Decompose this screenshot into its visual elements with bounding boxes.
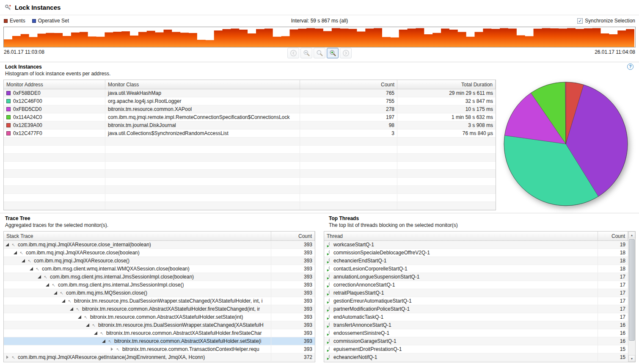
lock-table-row[interactable]: 0x12C477F0java.util.Collections$Synchron… bbox=[4, 130, 496, 138]
expanded-twistie-icon[interactable] bbox=[38, 275, 41, 279]
trace-tree-row[interactable]: ↖com.ibm.msg.client.wmq.internal.WMQXASe… bbox=[4, 265, 315, 273]
bottom-panels: Trace Tree Aggregated traces for the sel… bbox=[0, 213, 639, 362]
trace-tree-row[interactable]: ↖bitronix.tm.resource.jms.DualSessionWra… bbox=[4, 297, 315, 305]
thread-row[interactable]: transfertAnnonceStartQ-116 bbox=[324, 321, 628, 329]
expanded-twistie-icon[interactable] bbox=[22, 259, 25, 262]
expanded-twistie-icon[interactable] bbox=[94, 331, 97, 335]
thread-row[interactable]: partnerModificationPoliceStartQ-117 bbox=[324, 305, 628, 313]
zoom-out-button[interactable] bbox=[300, 48, 312, 58]
trace-tree-row[interactable]: ↖com.ibm.mq.jmqi.JmqiXAResource.close()3… bbox=[4, 257, 315, 265]
thread-row[interactable]: echeancierNotifQ-115 bbox=[324, 353, 628, 361]
scroll-down-button[interactable]: ▼ bbox=[628, 355, 635, 362]
lock-table-row[interactable]: 0x12E39A00bitronix.tm.journal.DiskJourna… bbox=[4, 121, 496, 130]
scrollbar-thumb[interactable] bbox=[629, 239, 635, 341]
thread-row[interactable]: workcaseStartQ-119 bbox=[324, 241, 628, 249]
lock-table-row[interactable] bbox=[4, 146, 496, 154]
thread-row[interactable]: endAutomaticTaskQ-117 bbox=[324, 313, 628, 321]
lock-table-row[interactable] bbox=[4, 178, 496, 186]
trace-tree-row[interactable]: ↖bitronix.tm.resource.common.AbstractXAS… bbox=[4, 329, 315, 337]
collapsed-twistie-icon[interactable] bbox=[111, 347, 113, 351]
lock-table-row[interactable] bbox=[4, 202, 496, 210]
trace-tree-row[interactable]: ↖bitronix.tm.resource.common.Transaction… bbox=[4, 345, 315, 353]
column-thread-count[interactable]: Count bbox=[598, 232, 628, 240]
expanded-twistie-icon[interactable] bbox=[70, 307, 73, 311]
lock-table-row[interactable] bbox=[4, 170, 496, 178]
select-range-button[interactable] bbox=[314, 48, 325, 58]
lock-table-row[interactable] bbox=[4, 154, 496, 162]
column-monitor-address[interactable]: Monitor Address bbox=[4, 80, 105, 89]
thread-row[interactable]: commissionGarageStartQ-116 bbox=[324, 337, 628, 345]
thread-name: echeancierNotifQ-1 bbox=[333, 354, 377, 360]
lock-table-row[interactable]: 0xF58BDE0java.util.WeakHashMap76529 min … bbox=[4, 89, 496, 97]
trace-tree-row[interactable]: ↖bitronix.tm.resource.common.AbstractXAS… bbox=[4, 337, 315, 345]
stack-frame-label: com.ibm.msg.client.jms.internal.JmsSessi… bbox=[50, 274, 194, 280]
thread-row[interactable]: epuisementDroitPrestationQ-115 bbox=[324, 345, 628, 353]
legend-item-operative-set[interactable]: Operative Set bbox=[32, 18, 69, 24]
expanded-twistie-icon[interactable] bbox=[102, 339, 105, 343]
magnifier-icon bbox=[316, 50, 323, 57]
lock-table-row[interactable]: 0x114A24C0com.ibm.mq.jmqi.remote.impl.Re… bbox=[4, 113, 496, 121]
trace-tree-row[interactable]: ↖bitronix.tm.resource.common.AbstractXAS… bbox=[4, 305, 315, 313]
events-area-series[interactable] bbox=[4, 28, 634, 47]
lock-table-row[interactable] bbox=[4, 194, 496, 202]
monitor-address: 0x12C477F0 bbox=[13, 130, 42, 136]
trace-tree-row[interactable]: ↖com.ibm.mq.jmqi.JmqiXAResource.close_in… bbox=[4, 241, 315, 249]
lock-table-row[interactable]: 0x12C46F00org.apache.log4j.spi.RootLogge… bbox=[4, 97, 496, 105]
expanded-twistie-icon[interactable] bbox=[86, 323, 89, 327]
trace-tree-row[interactable]: ↖com.ibm.mq.jmqi.JmqiXAResource.close(bo… bbox=[4, 249, 315, 257]
column-monitor-class[interactable]: Monitor Class bbox=[105, 80, 300, 89]
trace-tree-row[interactable]: ↖bitronix.tm.resource.jms.DualSessionWra… bbox=[4, 321, 315, 329]
lock-table-row[interactable] bbox=[4, 162, 496, 170]
column-thread[interactable]: Thread bbox=[324, 232, 598, 240]
trace-tree-row[interactable]: ↖com.ibm.mq.jmqi.JmqiXAResource.getInsta… bbox=[4, 353, 315, 361]
expanded-twistie-icon[interactable] bbox=[30, 267, 33, 270]
column-stack-trace[interactable]: Stack Trace bbox=[4, 232, 271, 240]
trace-tree-row[interactable]: ↖com.ibm.msg.client.jms.internal.JmsSess… bbox=[4, 281, 315, 289]
scrollbar-track[interactable] bbox=[628, 238, 635, 355]
column-trace-count[interactable]: Count bbox=[271, 232, 315, 240]
threads-table-header: Thread Count bbox=[324, 232, 628, 241]
page-title: Lock Instances bbox=[15, 4, 61, 11]
expanded-twistie-icon[interactable] bbox=[78, 315, 81, 319]
back-button[interactable] bbox=[287, 48, 299, 58]
checkbox-checked-icon[interactable]: ✓ bbox=[577, 18, 583, 24]
lock-table-row[interactable] bbox=[4, 186, 496, 194]
lock-count-pie-chart[interactable] bbox=[502, 80, 629, 207]
zoom-in-button[interactable] bbox=[327, 48, 339, 58]
synchronize-selection-control[interactable]: ✓ Synchronize Selection bbox=[577, 18, 635, 24]
thread-row[interactable]: gestionErreurAutomatiqueStartQ-117 bbox=[324, 297, 628, 305]
expanded-twistie-icon[interactable] bbox=[62, 299, 65, 303]
thread-rows: workcaseStartQ-119commissionSpecialeDebl… bbox=[324, 241, 628, 361]
timeline-area-chart[interactable] bbox=[4, 27, 634, 47]
thread-row[interactable]: annulationLongueSuspensionStartQ-117 bbox=[324, 273, 628, 281]
monitor-duration: 76 ms 840 µs bbox=[463, 130, 493, 136]
expanded-twistie-icon[interactable] bbox=[14, 251, 17, 254]
thread-row[interactable]: contactLesionCorporelleStartQ-118 bbox=[324, 265, 628, 273]
threads-scrollbar[interactable]: ▲ ▼ bbox=[628, 232, 635, 362]
stack-frame-label: bitronix.tm.resource.common.AbstractXASt… bbox=[82, 306, 260, 312]
expanded-twistie-icon[interactable] bbox=[6, 243, 9, 246]
timeline-chart-frame[interactable] bbox=[3, 27, 636, 47]
column-count[interactable]: Count bbox=[300, 80, 397, 89]
thread-row[interactable]: retraitPlaquesStartQ-117 bbox=[324, 289, 628, 297]
trace-count: 393 bbox=[304, 282, 312, 288]
expanded-twistie-icon[interactable] bbox=[46, 283, 49, 287]
thread-count: 15 bbox=[620, 346, 625, 352]
thread-row[interactable]: commissionSpecialeDeblocageOffreV2Q-118 bbox=[324, 249, 628, 257]
scroll-up-button[interactable]: ▲ bbox=[628, 232, 635, 238]
thread-row[interactable]: echeancierEndStartQ-118 bbox=[324, 257, 628, 265]
trace-tree-row[interactable]: ↖bitronix.tm.resource.common.AbstractXAS… bbox=[4, 313, 315, 321]
thread-row[interactable]: correctionAnnonceStartQ-117 bbox=[324, 281, 628, 289]
thread-row[interactable]: endossementSinistreQ-116 bbox=[324, 329, 628, 337]
legend-item-events[interactable]: Events bbox=[4, 18, 25, 24]
expanded-twistie-icon[interactable] bbox=[54, 291, 57, 295]
trace-tree-row[interactable]: ↖com.ibm.mq.jms.MQSession.close()393 bbox=[4, 289, 315, 297]
column-total-duration[interactable]: Total Duration bbox=[397, 80, 496, 89]
lock-table-row[interactable] bbox=[4, 138, 496, 146]
trace-tree-row[interactable]: ↖com.ibm.msg.client.jms.internal.JmsSess… bbox=[4, 273, 315, 281]
lock-table-row[interactable]: 0xFBD5CD0bitronix.tm.resource.common.XAP… bbox=[4, 105, 496, 113]
collapsed-twistie-icon[interactable] bbox=[6, 356, 8, 359]
help-icon[interactable]: ? bbox=[627, 63, 633, 70]
thread-icon bbox=[327, 282, 331, 288]
forward-button[interactable] bbox=[340, 48, 352, 58]
